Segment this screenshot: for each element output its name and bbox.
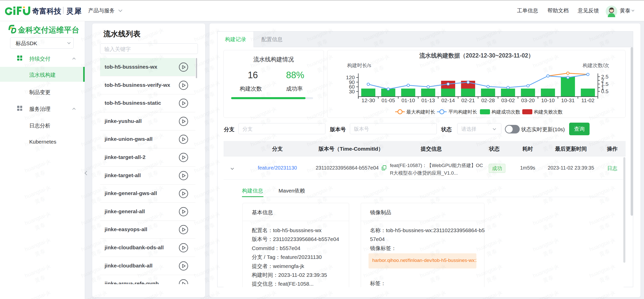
svg-text:平均构建时长: 平均构建时长 — [448, 109, 477, 115]
svg-text:30: 30 — [349, 89, 355, 94]
svg-text:11-02: 11-02 — [581, 97, 594, 103]
svg-text:03-20: 03-20 — [521, 97, 535, 103]
svg-text:02-14: 02-14 — [441, 97, 455, 103]
svg-text:02-28: 02-28 — [481, 97, 495, 103]
svg-text:构建时长/s: 构建时长/s — [347, 63, 371, 68]
svg-text:构建失败次数: 构建失败次数 — [534, 109, 563, 115]
svg-text:12-30: 12-30 — [361, 97, 375, 103]
svg-text:10-31: 10-31 — [561, 97, 575, 103]
svg-text:02-21: 02-21 — [461, 97, 475, 103]
svg-text:01-05: 01-05 — [381, 97, 395, 103]
svg-text:构建成功次数: 构建成功次数 — [492, 109, 520, 115]
svg-text:01-13: 01-13 — [421, 97, 435, 103]
svg-text:构建次数/次: 构建次数/次 — [582, 63, 609, 68]
svg-text:0.5: 0.5 — [601, 88, 608, 94]
svg-text:流水线构建数据（2022-12-30~2023-11-02）: 流水线构建数据（2022-12-30~2023-11-02） — [419, 52, 534, 59]
svg-text:03-02: 03-02 — [501, 97, 515, 103]
svg-text:01-10: 01-10 — [402, 97, 415, 103]
svg-text:10-10: 10-10 — [541, 97, 555, 103]
svg-text:最大构建时长: 最大构建时长 — [406, 109, 435, 115]
